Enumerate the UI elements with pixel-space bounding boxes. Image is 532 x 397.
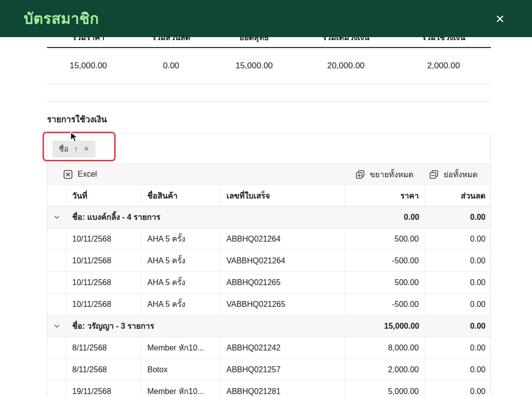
cell-price: 500.00 bbox=[345, 228, 425, 249]
chevron-down-icon[interactable] bbox=[47, 315, 66, 337]
cell-receipt: ABBHQ021257 bbox=[221, 359, 345, 380]
column-header-discount[interactable]: ส่วนลด bbox=[425, 185, 491, 206]
table-row: 10/11/2568 AHA 5 ครั้ง ABBHQ021264 500.0… bbox=[47, 228, 490, 250]
group-discount-total: 0.00 bbox=[425, 315, 491, 337]
excel-button-label: Excel bbox=[78, 170, 97, 179]
cell-price: -500.00 bbox=[345, 250, 425, 271]
expand-all-label: ขยายทั้งหมด bbox=[370, 168, 414, 181]
cell-receipt: ABBHQ021281 bbox=[221, 381, 345, 397]
row-spacer bbox=[47, 250, 66, 271]
cell-product: AHA 5 ครั้ง bbox=[141, 272, 221, 293]
cell-price: 5,000.00 bbox=[345, 381, 425, 397]
cell-discount: 0.00 bbox=[425, 381, 491, 397]
excel-icon bbox=[63, 170, 73, 179]
group-row: ชื่อ: แบงค์กลิ้ง - 4 รายการ 0.00 0.00 bbox=[47, 206, 490, 228]
cell-receipt: ABBHQ021242 bbox=[221, 337, 345, 358]
filter-chip[interactable]: ชื่อ ↑ × bbox=[52, 141, 95, 157]
cell-date: 10/11/2568 bbox=[66, 294, 141, 315]
cell-product: Member หัก10... bbox=[141, 381, 221, 397]
chip-remove-icon[interactable]: × bbox=[84, 145, 89, 153]
cell-date: 10/11/2568 bbox=[66, 272, 141, 293]
group-price-total: 15,000.00 bbox=[345, 315, 425, 337]
cell-price: 8,000.00 bbox=[345, 337, 425, 358]
cell-product: Member หัก10... bbox=[141, 337, 221, 358]
modal-title: บัตรสมาชิก bbox=[24, 7, 99, 30]
section-title: รายการใช้วงเงิน bbox=[47, 115, 491, 125]
group-price-total: 0.00 bbox=[345, 206, 425, 228]
cell-price: 500.00 bbox=[345, 272, 425, 293]
chevron-column-spacer bbox=[47, 185, 66, 206]
cell-receipt: VABBHQ021265 bbox=[221, 294, 345, 315]
row-spacer bbox=[47, 294, 66, 315]
group-discount-total: 0.00 bbox=[425, 206, 491, 228]
cell-receipt: ABBHQ021264 bbox=[221, 228, 345, 249]
collapse-all-icon bbox=[429, 170, 439, 179]
cell-date: 8/11/2568 bbox=[66, 337, 141, 358]
chevron-down-icon[interactable] bbox=[47, 206, 66, 228]
table-row: 8/11/2568 Botox ABBHQ021257 2,000.00 0.0… bbox=[47, 359, 490, 381]
cell-product: AHA 5 ครั้ง bbox=[141, 228, 221, 249]
grid-toolbar: Excel ขยายทั้งหมด bbox=[47, 163, 490, 185]
collapse-all-label: ย่อทั้งหมด bbox=[443, 168, 478, 181]
expand-all-button[interactable]: ขยายทั้งหมด bbox=[355, 168, 414, 181]
column-header-receipt[interactable]: เลขที่ใบเสร็จ bbox=[221, 185, 345, 206]
cell-discount: 0.00 bbox=[425, 294, 491, 315]
groupby-chip-row: ชื่อ ↑ × bbox=[47, 134, 490, 163]
modal-header: บัตรสมาชิก × bbox=[0, 0, 532, 37]
cell-discount: 0.00 bbox=[425, 337, 491, 358]
summary-value-used-limit: 2,000.00 bbox=[396, 61, 491, 71]
summary-value-net: 15,000.00 bbox=[213, 61, 296, 71]
column-header-date[interactable]: วันที่ bbox=[66, 185, 141, 206]
cell-product: AHA 5 ครั้ง bbox=[141, 294, 221, 315]
table-row: 8/11/2568 Member หัก10... ABBHQ021242 8,… bbox=[47, 337, 490, 359]
table-row: 10/11/2568 AHA 5 ครั้ง VABBHQ021265 -500… bbox=[47, 294, 490, 315]
cell-date: 8/11/2568 bbox=[66, 359, 141, 380]
column-header-product[interactable]: ชื่อสินค้า bbox=[141, 185, 221, 206]
expand-all-icon bbox=[355, 170, 365, 179]
table-row: 10/11/2568 AHA 5 ครั้ง VABBHQ021264 -500… bbox=[47, 250, 490, 272]
row-spacer bbox=[47, 359, 66, 380]
cell-discount: 0.00 bbox=[425, 272, 491, 293]
cell-date: 10/11/2568 bbox=[66, 250, 141, 271]
cell-date: 19/11/2568 bbox=[66, 381, 141, 397]
cell-discount: 0.00 bbox=[425, 228, 491, 249]
collapse-all-button[interactable]: ย่อทั้งหมด bbox=[429, 168, 478, 181]
row-spacer bbox=[47, 381, 66, 397]
cell-date: 10/11/2568 bbox=[66, 228, 141, 249]
cell-product: Botox bbox=[141, 359, 221, 380]
summary-value-total-discount: 0.00 bbox=[130, 61, 213, 71]
cell-receipt: ABBHQ021265 bbox=[221, 272, 345, 293]
cell-discount: 0.00 bbox=[425, 250, 491, 271]
member-card-modal: รวมราคา รวมส่วนลด ยอดสุทธิ รวมเต็มวงเงิน… bbox=[0, 0, 532, 397]
table-header-row: วันที่ ชื่อสินค้า เลขที่ใบเสร็จ ราคา ส่ว… bbox=[47, 185, 490, 206]
column-header-price[interactable]: ราคา bbox=[345, 185, 425, 206]
close-icon[interactable]: × bbox=[495, 11, 504, 26]
row-spacer bbox=[47, 337, 66, 358]
row-spacer bbox=[47, 272, 66, 293]
excel-button[interactable]: Excel bbox=[63, 170, 97, 179]
filter-chip-label: ชื่อ bbox=[59, 143, 68, 155]
group-label: ชื่อ: แบงค์กลิ้ง - 4 รายการ bbox=[66, 206, 345, 228]
group-label: ชื่อ: วรัญญา - 3 รายการ bbox=[66, 315, 345, 337]
summary-value-total-price: 15,000.00 bbox=[47, 61, 130, 71]
cell-receipt: VABBHQ021264 bbox=[221, 250, 345, 271]
row-spacer bbox=[47, 228, 66, 249]
section-divider bbox=[47, 101, 491, 101]
cell-price: 2,000.00 bbox=[345, 359, 425, 380]
group-row: ชื่อ: วรัญญา - 3 รายการ 15,000.00 0.00 bbox=[47, 315, 490, 337]
summary-values-row: 15,000.00 0.00 15,000.00 20,000.00 2,000… bbox=[47, 48, 491, 84]
cell-price: -500.00 bbox=[345, 294, 425, 315]
summary-value-total-limit: 20,000.00 bbox=[296, 61, 396, 71]
sort-asc-icon[interactable]: ↑ bbox=[74, 145, 78, 153]
cell-discount: 0.00 bbox=[425, 359, 491, 380]
table-row: 10/11/2568 AHA 5 ครั้ง ABBHQ021265 500.0… bbox=[47, 272, 490, 294]
modal-content: รวมราคา รวมส่วนลด ยอดสุทธิ รวมเต็มวงเงิน… bbox=[47, 0, 491, 397]
table-row: 19/11/2568 Member หัก10... ABBHQ021281 5… bbox=[47, 381, 490, 397]
cell-product: AHA 5 ครั้ง bbox=[141, 250, 221, 271]
usage-panel: ชื่อ ↑ × Excel bbox=[47, 134, 491, 397]
toolbar-right-group: ขยายทั้งหมด ย่อทั้งหมด bbox=[355, 168, 478, 181]
